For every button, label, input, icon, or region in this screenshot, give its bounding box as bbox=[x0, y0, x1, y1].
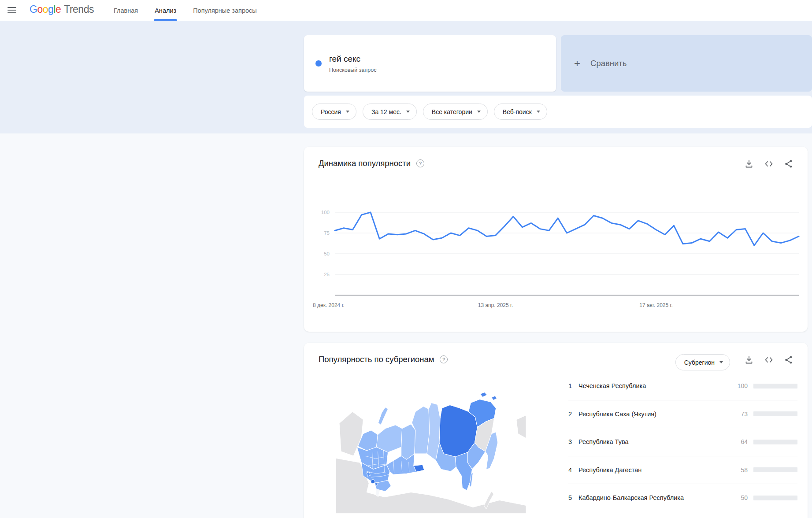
nav-item-1[interactable]: Анализ bbox=[155, 0, 176, 21]
subregion-level-dropdown[interactable]: Субрегион bbox=[675, 354, 730, 370]
subregion-bar bbox=[753, 467, 797, 472]
subregion-name: Кабардино-Балкарская Республика bbox=[578, 494, 733, 501]
subregion-rank: 1 bbox=[568, 382, 578, 389]
subregion-row[interactable]: 5 Кабардино-Балкарская Республика 50 bbox=[568, 484, 797, 512]
top-bar: Google Trends ГлавнаяАнализПопулярные за… bbox=[0, 0, 812, 21]
nav-item-0[interactable]: Главная bbox=[114, 0, 138, 21]
search-term-title: гей секс bbox=[329, 54, 376, 64]
plus-icon: + bbox=[574, 58, 580, 69]
interest-over-time-card: Динамика популярности ? 1007550258 дек. … bbox=[304, 147, 808, 332]
subregion-bar bbox=[753, 440, 797, 444]
filter-dropdown-category[interactable]: Все категории bbox=[423, 104, 488, 120]
subregion-rank: 4 bbox=[568, 466, 578, 474]
chevron-down-icon bbox=[477, 111, 481, 113]
y-axis-label: 75 bbox=[313, 230, 330, 236]
trend-line-chart[interactable]: 1007550258 дек. 2024 г.13 апр. 2025 г.17… bbox=[313, 207, 799, 311]
subregion-rank: 3 bbox=[568, 438, 578, 445]
google-trends-page: Google Trends ГлавнаяАнализПопулярные за… bbox=[0, 0, 812, 518]
subregion-value: 100 bbox=[733, 382, 748, 389]
chevron-down-icon bbox=[346, 111, 349, 113]
x-axis-label: 8 дек. 2024 г. bbox=[313, 302, 345, 308]
russia-map[interactable] bbox=[336, 381, 526, 514]
help-icon[interactable]: ? bbox=[440, 355, 448, 363]
trends-wordmark: Trends bbox=[64, 4, 94, 15]
subregion-row[interactable]: 2 Республика Саха (Якутия) 73 bbox=[568, 400, 797, 429]
subregion-name: Чеченская Республика bbox=[578, 382, 733, 389]
hero-section: гей секс Поисковый запрос + Сравнить Рос… bbox=[0, 21, 812, 133]
filter-bar: РоссияЗа 12 мес.Все категорииВеб-поиск bbox=[304, 96, 812, 128]
subregion-value: 50 bbox=[733, 494, 748, 501]
subregion-rank: 5 bbox=[568, 494, 578, 501]
subregion-row[interactable]: 4 Республика Дагестан 58 bbox=[568, 456, 797, 485]
nav-item-2[interactable]: Популярные запросы bbox=[193, 0, 257, 21]
subregion-bar bbox=[753, 384, 797, 388]
subregion-row[interactable]: 1 Чеченская Республика 100 bbox=[568, 372, 797, 400]
interest-by-subregion-card: Популярность по субрегионам ? Субрегион bbox=[304, 343, 808, 518]
subregion-bar bbox=[753, 411, 797, 416]
embed-icon[interactable] bbox=[763, 158, 775, 170]
google-wordmark: Google bbox=[30, 4, 61, 15]
y-axis-label: 50 bbox=[313, 251, 330, 257]
subregion-value: 73 bbox=[733, 411, 748, 418]
compare-button[interactable]: + Сравнить bbox=[561, 35, 812, 92]
y-axis-label: 100 bbox=[313, 209, 330, 215]
x-axis-label: 17 авг. 2025 г. bbox=[639, 302, 673, 308]
series-color-dot bbox=[315, 60, 322, 67]
help-icon[interactable]: ? bbox=[416, 159, 424, 167]
chart-title: Динамика популярности bbox=[319, 159, 411, 168]
share-icon[interactable] bbox=[783, 354, 794, 366]
subregion-name: Республика Саха (Якутия) bbox=[578, 411, 733, 418]
filter-dropdown-property[interactable]: Веб-поиск bbox=[494, 104, 547, 120]
x-axis-label: 13 апр. 2025 г. bbox=[478, 302, 513, 308]
subregion-row[interactable]: 3 Республика Тува 64 bbox=[568, 428, 797, 456]
subregion-value: 58 bbox=[733, 466, 748, 474]
search-term-card[interactable]: гей секс Поисковый запрос bbox=[304, 35, 556, 92]
chevron-down-icon bbox=[406, 111, 410, 113]
subregion-title: Популярность по субрегионам bbox=[319, 355, 434, 364]
download-icon[interactable] bbox=[743, 158, 755, 170]
chevron-down-icon bbox=[719, 361, 723, 363]
subregion-name: Республика Тува bbox=[578, 438, 733, 445]
subregion-name: Республика Дагестан bbox=[578, 466, 733, 474]
google-trends-logo[interactable]: Google Trends bbox=[30, 4, 94, 15]
chevron-down-icon bbox=[537, 111, 540, 113]
filter-dropdown-geo[interactable]: Россия bbox=[312, 104, 356, 120]
compare-label: Сравнить bbox=[590, 59, 627, 68]
share-icon[interactable] bbox=[783, 158, 794, 170]
y-axis-label: 25 bbox=[313, 271, 330, 278]
subregion-value: 64 bbox=[733, 438, 748, 445]
hamburger-menu-icon[interactable] bbox=[7, 6, 17, 14]
filter-dropdown-time[interactable]: За 12 мес. bbox=[363, 104, 417, 120]
main-nav: ГлавнаяАнализПопулярные запросы bbox=[114, 0, 257, 21]
subregion-rank: 2 bbox=[568, 411, 578, 418]
download-icon[interactable] bbox=[743, 354, 755, 366]
search-term-subtitle: Поисковый запрос bbox=[329, 67, 376, 73]
subregion-list: 1 Чеченская Республика 100 2 Республика … bbox=[568, 372, 797, 512]
embed-icon[interactable] bbox=[763, 354, 775, 366]
subregion-bar bbox=[753, 496, 797, 500]
